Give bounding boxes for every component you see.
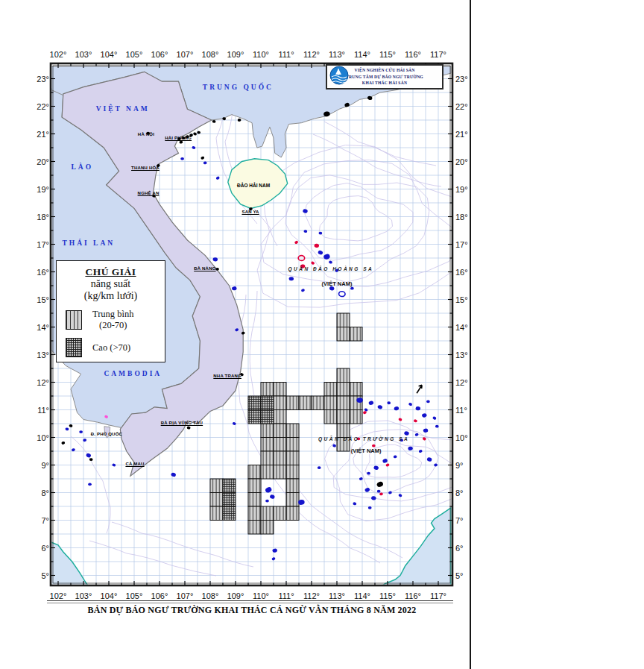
lat-label-left: 7°	[41, 516, 49, 525]
forecast-cell-medium	[261, 465, 274, 480]
lon-label-top: 110°	[253, 50, 269, 59]
forecast-cell-medium	[248, 479, 261, 493]
lat-label-left: 9°	[41, 461, 49, 470]
lon-label-top: 109°	[227, 50, 244, 59]
lon-label-bottom: 115°	[379, 591, 396, 600]
forecast-cell-medium	[274, 424, 286, 438]
lat-label-left: 6°	[41, 544, 49, 553]
forecast-cell-medium	[286, 396, 299, 410]
lon-label-bottom: 104°	[101, 591, 118, 600]
lat-label-left: 15°	[37, 295, 49, 304]
island-spot-b	[356, 398, 363, 403]
lon-label-top: 106°	[151, 50, 168, 59]
lat-label-left: 16°	[37, 268, 49, 277]
forecast-cell-medium	[350, 327, 362, 342]
lat-label-right: 19°	[455, 185, 468, 194]
lon-label-bottom: 110°	[253, 591, 269, 600]
forecast-cell-medium	[337, 424, 350, 438]
map-canvas: 102°102°103°103°104°104°105°105°106°106°…	[0, 0, 644, 669]
lat-label-left: 8°	[41, 489, 49, 497]
lat-label-right: 9°	[455, 461, 464, 470]
forecast-cell-medium	[248, 493, 261, 507]
forecast-cell-medium	[337, 368, 350, 383]
lat-label-right: 11°	[455, 406, 467, 415]
lat-label-left: 23°	[37, 75, 49, 84]
forecast-cell-medium	[274, 438, 286, 452]
lon-label-bottom: 116°	[405, 591, 421, 600]
lon-label-bottom: 105°	[126, 591, 143, 600]
lat-label-right: 15°	[455, 295, 468, 304]
lon-label-bottom: 103°	[75, 591, 92, 600]
lon-label-bottom: 111°	[278, 591, 294, 600]
lat-label-left: 10°	[37, 433, 49, 442]
lon-label-top: 104°	[101, 50, 118, 59]
lon-label-bottom: 112°	[303, 591, 320, 600]
lat-label-right: 5°	[455, 571, 464, 580]
forecast-cell-medium	[324, 383, 337, 397]
forecast-cell-medium	[299, 396, 312, 410]
forecast-cell-medium	[274, 465, 286, 480]
forecast-cell-medium	[261, 506, 274, 521]
lat-label-left: 19°	[37, 185, 49, 194]
forecast-cell-medium	[261, 424, 274, 438]
lat-label-right: 14°	[455, 323, 468, 332]
forecast-cell-medium	[324, 410, 337, 424]
forecast-cell-medium	[274, 451, 286, 465]
forecast-cell-medium	[324, 396, 337, 410]
lon-label-top: 115°	[379, 50, 396, 59]
lat-label-right: 16°	[455, 268, 468, 277]
forecast-cell-high	[223, 479, 236, 493]
forecast-cell-medium	[286, 465, 299, 480]
forecast-cell-medium	[337, 383, 350, 397]
lat-label-right: 21°	[455, 130, 468, 139]
forecast-cell-medium	[286, 493, 299, 507]
forecast-cell-medium	[337, 396, 350, 410]
forecast-cell-high	[248, 410, 261, 424]
lon-label-top: 112°	[303, 50, 320, 59]
lat-label-left: 22°	[37, 102, 49, 111]
lon-label-top: 102°	[50, 50, 67, 59]
lat-label-left: 12°	[37, 378, 49, 387]
forecast-cell-medium	[248, 521, 261, 535]
lat-label-left: 18°	[37, 213, 49, 222]
forecast-cell-medium	[261, 521, 274, 535]
lon-label-bottom: 106°	[151, 591, 168, 600]
lat-label-left: 20°	[37, 157, 49, 166]
forecast-cell-medium	[286, 451, 299, 465]
lon-label-top: 117°	[430, 50, 446, 59]
lon-label-bottom: 117°	[430, 591, 446, 600]
lat-label-left: 11°	[37, 406, 49, 415]
lat-label-left: 21°	[37, 130, 49, 139]
forecast-cell-medium	[350, 410, 362, 424]
forecast-cell-medium	[274, 383, 286, 397]
forecast-cell-medium	[337, 410, 350, 424]
lat-label-left: 17°	[37, 240, 49, 249]
lon-label-bottom: 114°	[354, 591, 370, 600]
lat-label-right: 23°	[455, 75, 468, 84]
forecast-cell-medium	[274, 410, 286, 424]
forecast-cell-medium	[274, 506, 286, 521]
lat-label-left: 14°	[37, 323, 49, 332]
forecast-cell-high	[261, 396, 274, 410]
lon-label-top: 111°	[278, 50, 294, 59]
lat-label-left: 13°	[37, 351, 49, 359]
forecast-cell-high	[223, 506, 236, 521]
forecast-cell-medium	[350, 383, 362, 397]
lon-label-top: 114°	[354, 50, 370, 59]
lat-label-right: 6°	[455, 544, 464, 553]
lon-label-bottom: 108°	[202, 591, 219, 600]
lat-label-right: 7°	[455, 516, 464, 525]
forecast-cell-medium	[210, 493, 223, 507]
forecast-cell-medium	[337, 438, 350, 452]
forecast-cell-medium	[286, 438, 299, 452]
lat-label-left: 5°	[41, 571, 49, 580]
lat-label-right: 10°	[455, 433, 468, 442]
forecast-cell-medium	[248, 506, 261, 521]
forecast-cell-medium	[210, 506, 223, 521]
lat-label-right: 22°	[455, 102, 468, 111]
lon-label-top: 116°	[405, 50, 421, 59]
island-spot-b	[79, 430, 83, 433]
forecast-cell-medium	[261, 451, 274, 465]
lat-label-right: 17°	[455, 240, 468, 249]
lat-label-right: 8°	[455, 489, 464, 497]
